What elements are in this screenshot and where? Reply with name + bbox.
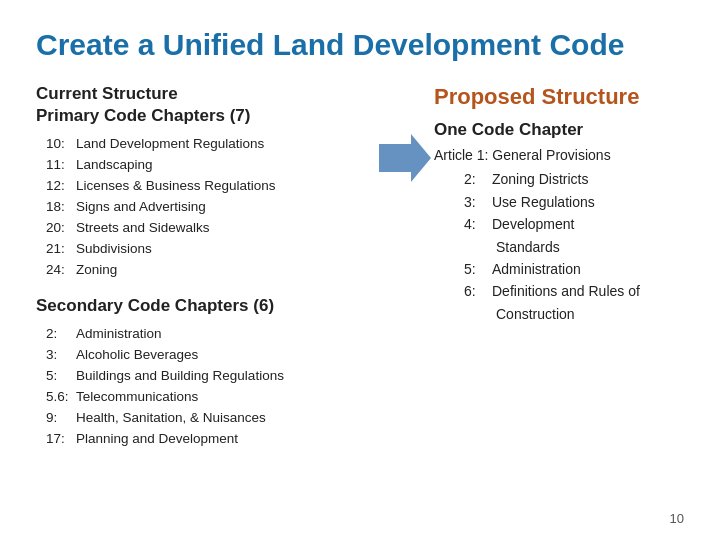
one-code-title: One Code Chapter — [434, 120, 684, 140]
item-text: Landscaping — [76, 155, 153, 176]
arrow-area — [376, 84, 434, 182]
item-text: Definitions and Rules of — [492, 280, 640, 302]
item-text: Use Regulations — [492, 191, 595, 213]
list-item: 18:Signs and Advertising — [46, 197, 376, 218]
list-item: 10:Land Development Regulations — [46, 134, 376, 155]
item-text: Land Development Regulations — [76, 134, 264, 155]
item-text: Standards — [496, 236, 560, 258]
item-text: Alcoholic Beverages — [76, 345, 198, 366]
item-text: Administration — [76, 324, 162, 345]
item-text: Planning and Development — [76, 429, 238, 450]
item-text: Zoning Districts — [492, 168, 588, 190]
list-item: 9:Health, Sanitation, & Nuisances — [46, 408, 376, 429]
item-num: 17: — [46, 429, 76, 450]
item-text: Telecommunications — [76, 387, 198, 408]
item-text: Subdivisions — [76, 239, 152, 260]
item-num: 6: — [464, 280, 492, 302]
list-item: Standards — [496, 236, 684, 258]
item-text: Development — [492, 213, 575, 235]
content-area: Current Structure Primary Code Chapters … — [36, 84, 684, 466]
current-structure-label: Current Structure — [36, 84, 376, 104]
item-num: 10: — [46, 134, 76, 155]
right-column: Proposed Structure One Code Chapter Arti… — [434, 84, 684, 325]
left-column: Current Structure Primary Code Chapters … — [36, 84, 376, 466]
secondary-code-title: Secondary Code Chapters (6) — [36, 296, 376, 316]
list-item: 2:Administration — [46, 324, 376, 345]
svg-marker-0 — [379, 134, 431, 182]
item-num: 5: — [46, 366, 76, 387]
item-num: 18: — [46, 197, 76, 218]
item-num: 4: — [464, 213, 492, 235]
list-item: 5:Administration — [464, 258, 684, 280]
item-num: 2: — [464, 168, 492, 190]
list-item: 12:Licenses & Business Regulations — [46, 176, 376, 197]
article-main: Article 1: General Provisions — [434, 144, 684, 166]
list-item: 21:Subdivisions — [46, 239, 376, 260]
list-item: 24:Zoning — [46, 260, 376, 281]
item-text: Signs and Advertising — [76, 197, 206, 218]
item-text: Health, Sanitation, & Nuisances — [76, 408, 266, 429]
item-num: 11: — [46, 155, 76, 176]
item-num: 24: — [46, 260, 76, 281]
list-item: 4:Development — [464, 213, 684, 235]
primary-code-title: Primary Code Chapters (7) — [36, 106, 376, 126]
item-num: 5: — [464, 258, 492, 280]
item-num: 21: — [46, 239, 76, 260]
item-num: 5.6: — [46, 387, 76, 408]
page-number: 10 — [670, 511, 684, 526]
list-item: 3:Use Regulations — [464, 191, 684, 213]
primary-code-list: 10:Land Development Regulations11:Landsc… — [46, 134, 376, 280]
right-arrow-icon — [379, 134, 431, 182]
list-item: 6:Definitions and Rules of — [464, 280, 684, 302]
page: Create a Unified Land Development Code C… — [0, 0, 720, 540]
list-item: 3:Alcoholic Beverages — [46, 345, 376, 366]
item-text: Construction — [496, 303, 575, 325]
list-item: Construction — [496, 303, 684, 325]
list-item: 17:Planning and Development — [46, 429, 376, 450]
item-num: 2: — [46, 324, 76, 345]
secondary-code-list: 2:Administration3:Alcoholic Beverages5:B… — [46, 324, 376, 450]
list-item: 2:Zoning Districts — [464, 168, 684, 190]
item-text: Buildings and Building Regulations — [76, 366, 284, 387]
item-text: Licenses & Business Regulations — [76, 176, 276, 197]
page-title: Create a Unified Land Development Code — [36, 28, 684, 62]
item-text: Streets and Sidewalks — [76, 218, 210, 239]
list-item: 5.6:Telecommunications — [46, 387, 376, 408]
item-num: 3: — [464, 191, 492, 213]
item-num: 20: — [46, 218, 76, 239]
list-item: 5:Buildings and Building Regulations — [46, 366, 376, 387]
item-num: 9: — [46, 408, 76, 429]
proposed-list: Article 1: General Provisions2:Zoning Di… — [434, 144, 684, 325]
item-num: 3: — [46, 345, 76, 366]
proposed-title: Proposed Structure — [434, 84, 684, 110]
list-item: 20:Streets and Sidewalks — [46, 218, 376, 239]
item-text: Administration — [492, 258, 581, 280]
item-num: 12: — [46, 176, 76, 197]
list-item: 11:Landscaping — [46, 155, 376, 176]
item-text: Zoning — [76, 260, 117, 281]
